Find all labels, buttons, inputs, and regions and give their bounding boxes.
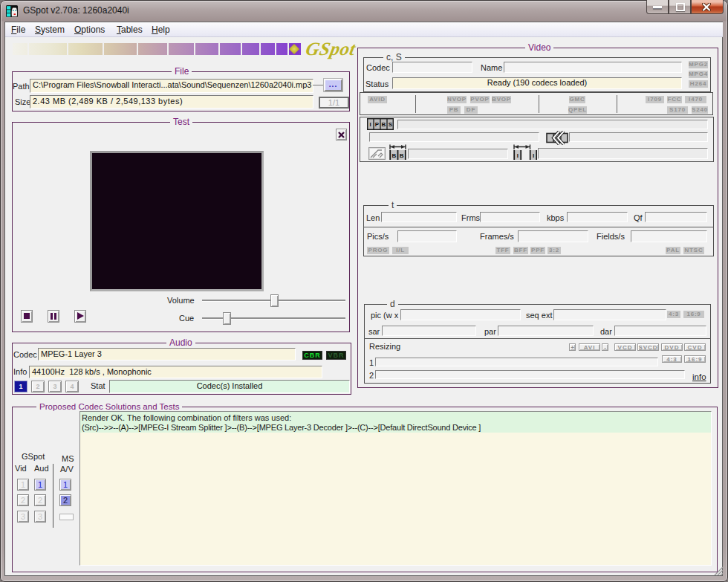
svg-text:B: B <box>392 152 397 159</box>
svg-text:I: I <box>517 152 519 159</box>
svg-text:I: I <box>369 121 371 128</box>
svg-text:I: I <box>533 152 534 159</box>
svg-text:B: B <box>400 152 404 159</box>
svg-text:S: S <box>389 121 393 128</box>
svg-text:P: P <box>375 121 380 128</box>
svg-text:B: B <box>382 121 386 128</box>
